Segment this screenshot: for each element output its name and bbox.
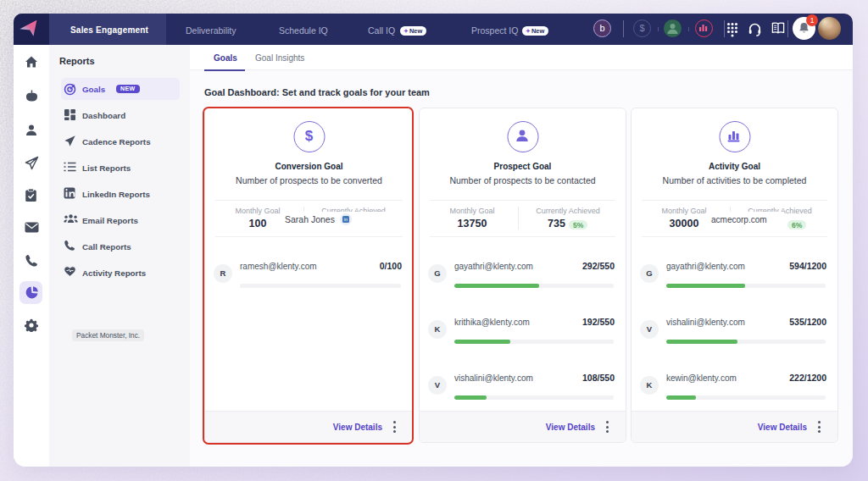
svg-text:in: in bbox=[344, 217, 348, 222]
